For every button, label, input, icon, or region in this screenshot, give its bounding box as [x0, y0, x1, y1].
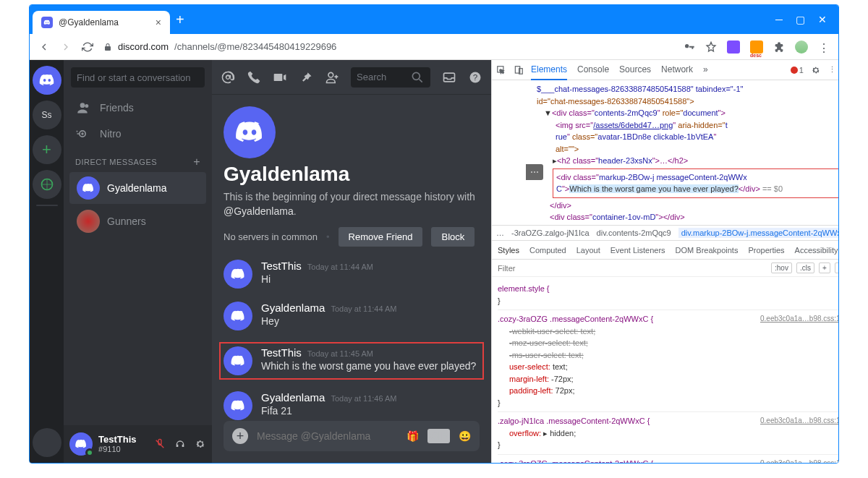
maximize-icon[interactable]: ▢ — [796, 14, 805, 25]
breakpoints-tab[interactable]: DOM Breakpoints — [676, 246, 739, 255]
at-icon — [221, 70, 235, 85]
forward-icon[interactable] — [60, 41, 72, 53]
styles-tab[interactable]: Styles — [498, 246, 519, 255]
emoji-icon[interactable]: 😀 — [459, 430, 471, 442]
tab-title: @Gyaldenlama — [59, 17, 119, 27]
message: TestThisToday at 11:44 AMHi — [224, 258, 480, 290]
avatar[interactable] — [224, 302, 252, 330]
video-icon[interactable] — [273, 70, 287, 85]
settings-icon[interactable] — [195, 438, 206, 450]
dom-tree[interactable]: $___chat-messages-826338874850541588" ta… — [492, 80, 838, 225]
url-host: discord.com — [118, 41, 169, 52]
explore-button[interactable] — [33, 170, 61, 199]
gift-icon[interactable]: 🎁 — [407, 430, 419, 442]
message-highlighted: TestThisToday at 11:45 AMWhich is the wo… — [219, 342, 484, 380]
download-button[interactable] — [33, 428, 61, 457]
chat-search[interactable]: Search — [351, 67, 430, 88]
star-icon[interactable] — [705, 41, 717, 53]
avatar[interactable] — [224, 391, 252, 420]
extension-icon[interactable]: desc — [750, 40, 763, 54]
avatar — [77, 210, 100, 233]
menu-icon[interactable]: ⋮ — [828, 65, 836, 74]
extensions-icon[interactable] — [773, 41, 785, 53]
cls-toggle[interactable]: .cls — [796, 263, 814, 273]
block-button[interactable]: Block — [431, 227, 475, 247]
reload-icon[interactable] — [82, 41, 93, 53]
user-tag: #9110 — [98, 445, 137, 454]
accessibility-tab[interactable]: Accessibility — [795, 246, 838, 255]
browser-urlbar: discord.com/channels/@me/823445480419229… — [30, 34, 838, 60]
extension-icon[interactable] — [727, 40, 740, 54]
devtools-tab-elements[interactable]: Elements — [531, 60, 567, 80]
layout-tab[interactable]: Layout — [576, 246, 600, 255]
channel-sidebar: Find or start a conversation Friends Nit… — [64, 60, 212, 463]
call-icon[interactable] — [247, 70, 261, 85]
lock-icon — [103, 43, 112, 51]
remove-friend-button[interactable]: Remove Friend — [339, 227, 423, 247]
more-styles-icon[interactable]: ▦ — [835, 263, 838, 273]
minimize-icon[interactable]: ─ — [775, 14, 783, 25]
server-list: Ss + — [30, 60, 64, 463]
inbox-icon[interactable] — [442, 70, 456, 85]
computed-tab[interactable]: Computed — [529, 246, 566, 255]
create-dm-button[interactable]: + — [193, 155, 200, 168]
url-path: /channels/@me/823445480419229696 — [174, 41, 336, 52]
message: GyaldenlamaToday at 11:46 AMFifa 21 — [224, 390, 480, 421]
back-icon[interactable] — [38, 41, 50, 53]
properties-tab[interactable]: Properties — [748, 246, 784, 255]
server-item[interactable]: Ss — [33, 101, 61, 129]
friends-nav[interactable]: Friends — [64, 95, 212, 121]
settings-icon[interactable] — [811, 65, 821, 75]
key-icon[interactable] — [684, 41, 695, 53]
headphones-icon[interactable] — [174, 438, 186, 450]
profile-name: Gyaldenlama — [224, 163, 480, 186]
pin-icon[interactable] — [299, 70, 313, 85]
styles-body[interactable]: element.style {} 0.eeb3c0a1a…b98.css:169… — [492, 277, 838, 463]
devtools-tab-more[interactable]: » — [703, 60, 708, 80]
message-input-bar: + 🎁 GIF 😀 — [224, 421, 480, 451]
discord-app: Ss + Find or start a conversation Friend… — [30, 60, 491, 463]
styles-tabs: Styles Computed Layout Event Listeners D… — [492, 241, 838, 260]
message: GyaldenlamaToday at 11:44 AMHey — [224, 300, 480, 332]
listeners-tab[interactable]: Event Listeners — [610, 246, 665, 255]
browser-titlebar: @Gyaldenlama × + ─ ▢ ✕ — [30, 5, 838, 34]
svg-point-3 — [412, 72, 420, 80]
devtools-tab-network[interactable]: Network — [661, 60, 693, 80]
help-icon[interactable]: ? — [468, 70, 482, 85]
address-bar[interactable]: discord.com/channels/@me/823445480419229… — [103, 41, 673, 52]
dm-item[interactable]: Gyaldenlama — [69, 172, 206, 204]
message-input[interactable] — [257, 430, 398, 442]
device-icon[interactable] — [514, 65, 524, 75]
attach-button[interactable]: + — [232, 428, 248, 444]
overflow-indicator: ⋯ — [526, 164, 543, 180]
discord-favicon — [41, 17, 53, 28]
avatar[interactable] — [224, 346, 252, 375]
close-window-icon[interactable]: ✕ — [818, 14, 827, 25]
conversation-search[interactable]: Find or start a conversation — [71, 67, 205, 88]
devtools-tab-sources[interactable]: Sources — [619, 60, 651, 80]
devtools-tab-console[interactable]: Console — [577, 60, 609, 80]
menu-icon[interactable]: ⋮ — [818, 41, 830, 53]
close-icon[interactable]: × — [156, 17, 161, 28]
username: TestThis — [98, 434, 137, 445]
browser-tab[interactable]: @Gyaldenlama × — [33, 11, 170, 34]
avatar[interactable] — [224, 260, 252, 289]
new-style-button[interactable]: + — [819, 263, 830, 273]
add-server-button[interactable]: + — [33, 135, 61, 164]
styles-filter[interactable] — [498, 264, 767, 273]
nitro-nav[interactable]: Nitro — [64, 121, 212, 147]
profile-avatar-icon[interactable] — [795, 40, 808, 54]
dom-breadcrumb[interactable]: … -3raOZG.zalgo-jN1Ica div.contents-2mQq… — [492, 225, 838, 241]
mute-icon[interactable] — [154, 438, 166, 450]
dm-header: DIRECT MESSAGES+ — [64, 147, 212, 171]
inspect-icon[interactable] — [496, 65, 506, 75]
new-tab-button[interactable]: + — [176, 12, 184, 28]
home-button[interactable] — [33, 66, 61, 95]
dm-item[interactable]: Gunners — [69, 205, 206, 237]
chat-area: Search ? Gyaldenlama This is the beginni… — [212, 60, 491, 463]
hov-toggle[interactable]: :hov — [771, 263, 792, 273]
user-avatar[interactable] — [69, 432, 93, 456]
add-friend-icon[interactable] — [325, 70, 339, 85]
gif-button[interactable]: GIF — [427, 429, 450, 443]
no-servers-label: No servers in common — [224, 231, 318, 242]
